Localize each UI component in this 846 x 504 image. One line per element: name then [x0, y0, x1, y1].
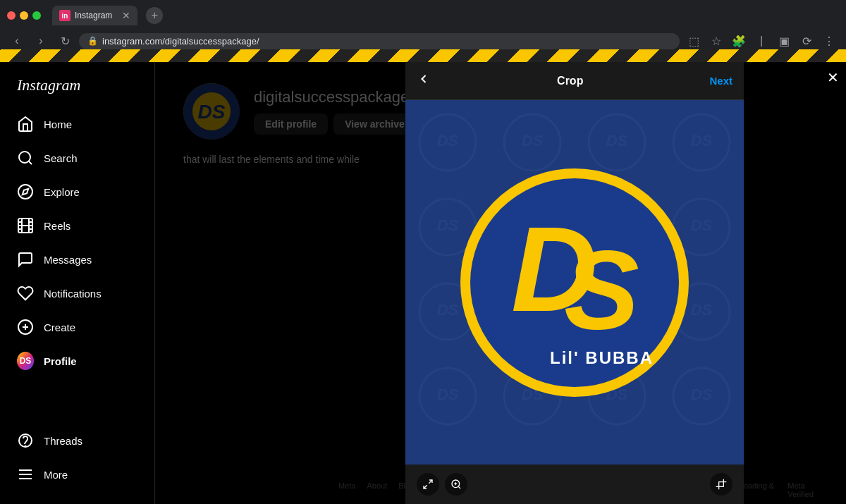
sidebar-item-explore[interactable]: Explore: [8, 176, 146, 207]
home-icon: [17, 116, 34, 133]
svg-text:S: S: [564, 226, 639, 352]
profile-avatar-small: DS: [17, 352, 34, 369]
messages-icon: [17, 251, 34, 268]
close-dot[interactable]: [7, 11, 16, 20]
browser-titlebar: in Instagram ✕ +: [0, 0, 846, 28]
lock-icon: 🔒: [87, 36, 98, 46]
sidebar-item-profile-label: Profile: [44, 355, 77, 367]
sidebar-item-messages[interactable]: Messages: [8, 244, 146, 275]
modal-overlay: Crop Next ◀ CLICK "NEXT" TAB: [155, 62, 846, 504]
sidebar-item-reels[interactable]: Reels: [8, 210, 146, 241]
sidebar-item-messages-label: Messages: [44, 254, 92, 266]
sidebar-item-profile[interactable]: DS Profile: [8, 345, 146, 376]
tab-close-icon[interactable]: ✕: [122, 10, 130, 21]
cast-icon[interactable]: ⬚: [684, 31, 704, 51]
reels-icon: [17, 217, 34, 234]
sidebar-item-reels-label: Reels: [44, 220, 70, 232]
browser-tab[interactable]: in Instagram ✕: [52, 6, 137, 25]
toolbar-actions: ⬚ ☆ 🧩 | ▣ ⟳ ⋮: [684, 31, 839, 51]
notifications-icon: [17, 285, 34, 302]
minimize-dot[interactable]: [20, 11, 28, 20]
back-button[interactable]: ‹: [7, 31, 27, 51]
extensions-icon[interactable]: 🧩: [729, 31, 749, 51]
refresh-icon[interactable]: ⟳: [797, 31, 816, 51]
sidebar-item-threads-label: Threads: [44, 435, 82, 447]
sidebar-item-search-label: Search: [44, 152, 78, 164]
sidebar-item-threads[interactable]: Threads: [8, 425, 146, 456]
tab-title: Instagram: [75, 11, 112, 20]
svg-marker-3: [23, 189, 28, 195]
main-content: ✕ DS digitalsuccesspackage Edit profile …: [155, 62, 846, 504]
sidebar-item-home[interactable]: Home: [8, 109, 146, 140]
reload-button[interactable]: ↻: [55, 31, 75, 51]
browser-toolbar: ‹ › ↻ 🔒 instagram.com/digitalsuccesspack…: [0, 28, 846, 56]
modal-header: Crop Next ◀ CLICK "NEXT" TAB: [405, 62, 744, 100]
svg-point-0: [19, 152, 30, 163]
sidebar-item-search[interactable]: Search: [8, 142, 146, 173]
bookmark-icon[interactable]: ☆: [706, 31, 726, 51]
zoom-icon-button[interactable]: [445, 473, 467, 496]
sidebar-item-more[interactable]: More: [8, 459, 146, 490]
crop-modal: Crop Next ◀ CLICK "NEXT" TAB: [405, 62, 744, 504]
svg-line-1: [29, 161, 32, 164]
new-tab-button[interactable]: +: [146, 7, 163, 24]
search-icon: [17, 149, 34, 166]
sidebar-item-create-label: Create: [44, 321, 75, 333]
modal-back-button[interactable]: [417, 72, 431, 90]
sidebar-item-explore-label: Explore: [44, 186, 80, 198]
app-close-button[interactable]: ✕: [827, 69, 839, 86]
address-bar[interactable]: 🔒 instagram.com/digitalsuccesspackage/: [79, 33, 680, 49]
instagram-logo: Instagram: [8, 76, 146, 94]
threads-icon: [17, 432, 34, 449]
ds-logo-area: DS D: [405, 100, 744, 465]
modal-footer-left: [417, 473, 467, 496]
svg-line-33: [458, 486, 460, 488]
sidebar-item-notifications[interactable]: Notifications: [8, 278, 146, 309]
explore-icon: [17, 183, 34, 200]
sidebar-item-create[interactable]: Create: [8, 312, 146, 343]
sidebar: Instagram Home Search Explore Reels: [0, 62, 155, 504]
sidebar-item-home-label: Home: [44, 118, 72, 130]
modal-image-container: DS D: [405, 100, 744, 465]
svg-text:Lil' BUBBA: Lil' BUBBA: [550, 348, 654, 367]
crop-icon-button[interactable]: [710, 473, 732, 496]
browser-dots: [7, 11, 41, 20]
sidebar-item-notifications-label: Notifications: [44, 288, 102, 300]
modal-title: Crop: [557, 75, 583, 87]
svg-line-30: [429, 480, 432, 484]
sidebar-icon[interactable]: ▣: [774, 31, 794, 51]
create-icon: [17, 319, 34, 336]
divider: |: [752, 31, 771, 51]
forward-button[interactable]: ›: [31, 31, 51, 51]
app-layout: Instagram Home Search Explore Reels: [0, 62, 846, 504]
expand-icon-button[interactable]: [417, 473, 439, 496]
svg-point-2: [18, 185, 32, 199]
more-icon: [17, 466, 34, 483]
instagram-favicon: in: [59, 10, 70, 21]
url-text: instagram.com/digitalsuccesspackage/: [102, 36, 671, 47]
sidebar-item-more-label: More: [44, 469, 68, 481]
modal-footer: [405, 465, 744, 504]
modal-next-button[interactable]: Next: [709, 75, 732, 87]
browser-chrome: in Instagram ✕ + ‹ › ↻ 🔒 instagram.com/d…: [0, 0, 846, 49]
sidebar-bottom: Threads More: [8, 425, 146, 490]
svg-point-16: [25, 446, 26, 447]
menu-icon[interactable]: ⋮: [819, 31, 839, 51]
svg-line-31: [424, 485, 427, 488]
maximize-dot[interactable]: [32, 11, 41, 20]
